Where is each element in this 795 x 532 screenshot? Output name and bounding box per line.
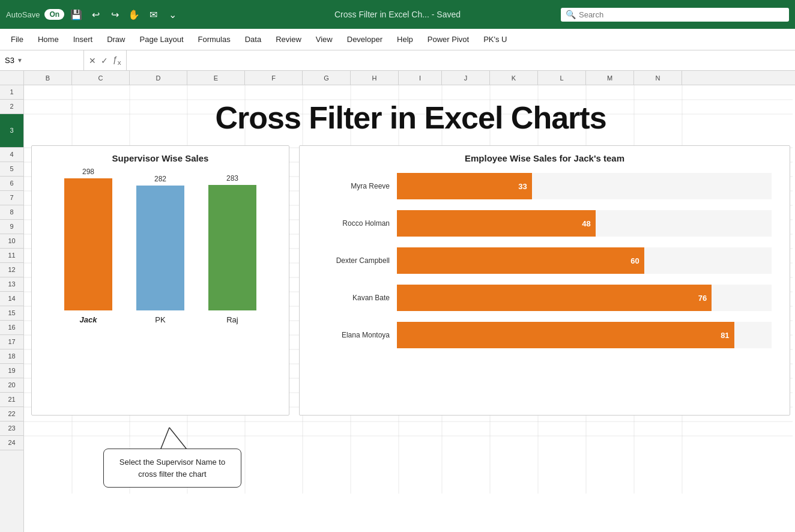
menu-developer[interactable]: Developer: [341, 32, 388, 46]
left-chart-title: Supervisor Wise Sales: [39, 153, 282, 163]
hbar-myra-track: 33: [397, 173, 772, 199]
row-header-9[interactable]: 9: [0, 220, 23, 234]
col-header-h[interactable]: H: [351, 71, 399, 85]
row-header-19[interactable]: 19: [0, 364, 23, 378]
row-header-15[interactable]: 15: [0, 306, 23, 321]
cell-ref-box[interactable]: S3 ▼: [0, 50, 84, 70]
menu-insert[interactable]: Insert: [67, 32, 99, 46]
autosave-toggle[interactable]: On: [44, 9, 64, 20]
doc-title: Cross Filter in Excel Ch... - Saved: [268, 10, 526, 19]
col-header-b[interactable]: B: [24, 71, 72, 85]
row-header-12[interactable]: 12: [0, 263, 23, 277]
callout-box: Select the Supervisor Name to cross filt…: [103, 449, 241, 488]
hbar-dexter-fill: 60: [397, 247, 644, 274]
right-chart: Employee Wise Sales for Jack's team Myra…: [299, 145, 790, 416]
hbar-myra-fill: 33: [397, 173, 532, 199]
bar-jack[interactable]: 298 Jack: [64, 168, 112, 324]
bar-raj-rect: [208, 185, 256, 310]
cell-ref-dropdown-icon[interactable]: ▼: [17, 57, 23, 64]
row-header-24[interactable]: 24: [0, 436, 23, 450]
hbar-kavan-label: Kavan Bate: [318, 294, 390, 302]
col-header-n[interactable]: N: [634, 71, 682, 85]
search-input[interactable]: [561, 8, 789, 22]
row-header-2[interactable]: 2: [0, 100, 23, 114]
bar-pk[interactable]: 282 PK: [136, 175, 184, 324]
col-header-i[interactable]: I: [399, 71, 442, 85]
touch-icon[interactable]: ✋: [127, 7, 141, 22]
cancel-formula-icon[interactable]: ✕: [89, 56, 96, 65]
bar-pk-rect: [136, 186, 184, 310]
col-header-f[interactable]: F: [245, 71, 303, 85]
row-header-6[interactable]: 6: [0, 177, 23, 191]
col-header-j[interactable]: J: [442, 71, 490, 85]
hbar-myra: Myra Reeve 33: [318, 173, 772, 199]
menu-pagelayout[interactable]: Page Layout: [134, 32, 190, 46]
menu-file[interactable]: File: [5, 32, 29, 46]
hbar-rocco-label: Rocco Holman: [318, 219, 390, 228]
menu-formulas[interactable]: Formulas: [192, 32, 237, 46]
row-header-13[interactable]: 13: [0, 277, 23, 292]
row-header-14[interactable]: 14: [0, 292, 23, 306]
bar-jack-value: 298: [82, 168, 94, 176]
insert-function-icon[interactable]: ƒx: [113, 55, 121, 66]
row-header-8[interactable]: 8: [0, 205, 23, 220]
formula-input[interactable]: [127, 56, 795, 65]
menu-home[interactable]: Home: [32, 32, 65, 46]
row-header-5[interactable]: 5: [0, 162, 23, 177]
confirm-formula-icon[interactable]: ✓: [101, 56, 108, 65]
right-chart-title: Employee Wise Sales for Jack's team: [312, 153, 778, 163]
mail-icon[interactable]: ✉: [146, 7, 160, 22]
spreadsheet-body: 1 2 3 4 5 6 7 8 9 10 11 12 13 14 15 16 1…: [0, 85, 795, 532]
col-header-m[interactable]: M: [586, 71, 634, 85]
content-overlay: Cross Filter in Excel Charts Supervisor …: [24, 85, 795, 532]
menu-data[interactable]: Data: [239, 32, 267, 46]
menu-powerpivot[interactable]: Power Pivot: [422, 32, 475, 46]
bar-raj[interactable]: 283 Raj: [208, 174, 256, 324]
redo-icon[interactable]: ↪: [107, 7, 122, 22]
hbar-rocco-track: 48: [397, 210, 772, 237]
hbar-rocco: Rocco Holman 48: [318, 210, 772, 237]
title-bar-left: AutoSave On 💾 ↩ ↪ ✋ ✉ ⌄: [6, 7, 264, 22]
row-header-23[interactable]: 23: [0, 422, 23, 436]
row-header-16[interactable]: 16: [0, 321, 23, 335]
col-header-e[interactable]: E: [187, 71, 245, 85]
horizontal-bar-chart: Myra Reeve 33 Rocco Holman: [312, 173, 778, 348]
row-header-11[interactable]: 11: [0, 249, 23, 263]
undo-icon[interactable]: ↩: [88, 7, 103, 22]
row-header-3[interactable]: 3: [0, 114, 23, 148]
hbar-kavan-value: 76: [698, 294, 707, 303]
left-chart: Supervisor Wise Sales 298 Jack 282: [31, 145, 289, 416]
callout-text: Select the Supervisor Name to cross filt…: [119, 458, 225, 479]
menu-draw[interactable]: Draw: [101, 32, 131, 46]
save-icon[interactable]: 💾: [69, 7, 83, 22]
formula-icons: ✕ ✓ ƒx: [84, 50, 127, 70]
more-icon[interactable]: ⌄: [165, 7, 180, 22]
row-header-20[interactable]: 20: [0, 378, 23, 393]
menu-view[interactable]: View: [310, 32, 339, 46]
hbar-elana-value: 81: [721, 331, 729, 340]
col-header-l[interactable]: L: [538, 71, 586, 85]
row-header-10[interactable]: 10: [0, 234, 23, 249]
row-header-7[interactable]: 7: [0, 191, 23, 205]
bar-pk-value: 282: [154, 175, 166, 183]
menu-bar: File Home Insert Draw Page Layout Formul…: [0, 29, 795, 50]
col-header-g[interactable]: G: [303, 71, 351, 85]
bar-jack-rect: [64, 178, 112, 310]
menu-review[interactable]: Review: [270, 32, 307, 46]
row-header-4[interactable]: 4: [0, 148, 23, 162]
hbar-kavan: Kavan Bate 76: [318, 285, 772, 311]
col-header-d[interactable]: D: [130, 71, 187, 85]
menu-help[interactable]: Help: [391, 32, 419, 46]
menu-pks[interactable]: PK's U: [477, 32, 513, 46]
row-header-18[interactable]: 18: [0, 349, 23, 364]
row-header-1[interactable]: 1: [0, 85, 23, 100]
hbar-dexter: Dexter Campbell 60: [318, 247, 772, 274]
col-header-c[interactable]: C: [72, 71, 130, 85]
row-header-21[interactable]: 21: [0, 393, 23, 407]
corner-cell: [0, 71, 24, 85]
hbar-myra-label: Myra Reeve: [318, 182, 390, 190]
col-header-k[interactable]: K: [490, 71, 538, 85]
hbar-dexter-value: 60: [630, 256, 639, 265]
row-header-22[interactable]: 22: [0, 407, 23, 422]
row-header-17[interactable]: 17: [0, 335, 23, 349]
